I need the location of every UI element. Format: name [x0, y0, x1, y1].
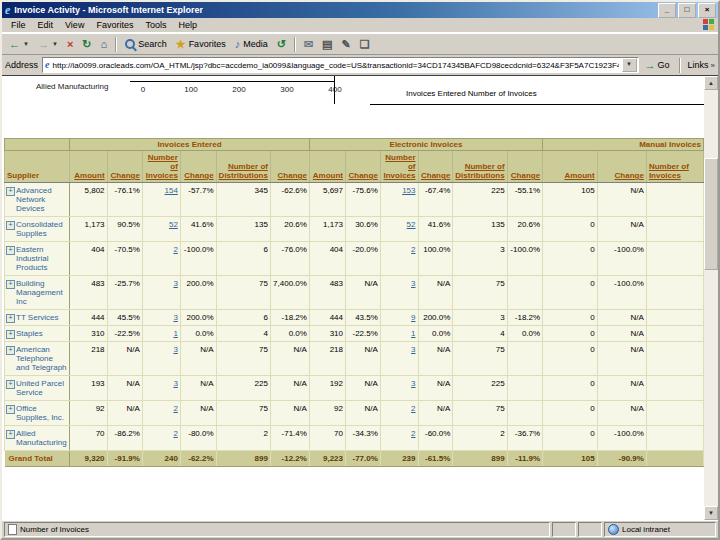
column-header[interactable]: Number of Distributions [453, 151, 507, 183]
value-cell: N/A [107, 342, 142, 376]
invoice-count-link[interactable]: 3 [411, 345, 415, 354]
invoice-count-link[interactable]: 2 [173, 245, 177, 254]
value-cell [507, 401, 542, 426]
scroll-up-button[interactable]: ▲ [704, 76, 718, 90]
column-header[interactable]: Change [270, 151, 309, 183]
value-cell: 345 [216, 183, 270, 217]
value-cell: N/A [597, 183, 646, 217]
column-header[interactable]: Change [597, 151, 646, 183]
column-header[interactable]: Number of Invoices [142, 151, 180, 183]
drill-down-icon[interactable]: + [6, 430, 15, 439]
invoice-count-link[interactable]: 2 [411, 245, 415, 254]
menu-view[interactable]: View [59, 20, 90, 30]
menu-favorites[interactable]: Favorites [90, 20, 139, 30]
invoice-count-link[interactable]: 2 [173, 429, 177, 438]
go-button[interactable]: → Go [643, 60, 672, 71]
invoice-count-link[interactable]: 1 [173, 329, 177, 338]
column-header[interactable]: Change [180, 151, 216, 183]
favorites-button[interactable]: ★Favorites [172, 35, 230, 53]
maximize-button[interactable]: □ [678, 3, 696, 18]
column-header[interactable]: Supplier [5, 151, 70, 183]
value-cell: 20.6% [507, 217, 542, 242]
minimize-button[interactable]: _ [658, 3, 676, 18]
column-header[interactable]: Number of Invoices [646, 151, 703, 183]
invoice-count-link[interactable]: 154 [165, 186, 178, 195]
drill-down-icon[interactable]: + [6, 246, 15, 255]
supplier-link[interactable]: Eastern Industrial Products [16, 245, 48, 272]
drill-down-icon[interactable]: + [6, 380, 15, 389]
value-cell: 5,802 [70, 183, 107, 217]
supplier-link[interactable]: United Parcel Service [16, 379, 64, 397]
invoice-count-link[interactable]: 52 [169, 220, 178, 229]
invoice-count-link[interactable]: 3 [173, 313, 177, 322]
back-dropdown-icon[interactable]: ▼ [23, 41, 29, 47]
stop-button[interactable]: × [63, 35, 77, 53]
home-button[interactable]: ⌂ [97, 35, 112, 53]
invoice-count-link[interactable]: 2 [411, 429, 415, 438]
address-input[interactable]: e http://ia0099.oracleads.com/OA_HTML/js… [42, 57, 638, 73]
close-button[interactable]: × [698, 3, 716, 18]
drill-down-icon[interactable]: + [6, 187, 15, 196]
back-button[interactable]: ←▼ [5, 35, 33, 53]
column-header[interactable]: Amount [309, 151, 345, 183]
menu-tools[interactable]: Tools [139, 20, 172, 30]
column-header[interactable]: Amount [70, 151, 107, 183]
supplier-link[interactable]: Staples [16, 329, 43, 338]
print-button[interactable]: ▤ [318, 35, 336, 53]
column-header[interactable]: Change [418, 151, 453, 183]
value-cell: -75.6% [346, 183, 381, 217]
column-header[interactable]: Change [107, 151, 142, 183]
forward-button[interactable]: →▼ [34, 35, 62, 53]
zone-label: Local intranet [622, 525, 670, 534]
value-cell: 404 [70, 242, 107, 276]
column-header[interactable]: Number of Invoices [380, 151, 418, 183]
column-header[interactable]: Change [346, 151, 381, 183]
invoice-count-link[interactable]: 2 [173, 404, 177, 413]
value-cell: 135 [453, 217, 507, 242]
links-button[interactable]: Links » [688, 60, 715, 70]
mail-button[interactable]: ✉ [300, 35, 317, 53]
refresh-button[interactable]: ↻ [78, 35, 95, 53]
invoice-count-link[interactable]: 3 [173, 279, 177, 288]
drill-down-icon[interactable]: + [6, 221, 15, 230]
drill-down-icon[interactable]: + [6, 330, 15, 339]
value-cell: -76.1% [107, 183, 142, 217]
history-button[interactable]: ↺ [273, 35, 290, 53]
drill-down-icon[interactable]: + [6, 314, 15, 323]
menu-file[interactable]: File [5, 20, 32, 30]
menu-edit[interactable]: Edit [32, 20, 60, 30]
invoice-count-link[interactable]: 2 [411, 404, 415, 413]
invoice-count-link[interactable]: 3 [173, 379, 177, 388]
supplier-link[interactable]: American Telephone and Telegraph [16, 345, 67, 372]
supplier-link[interactable]: Building Management Inc [16, 279, 63, 306]
supplier-link[interactable]: Advanced Network Devices [16, 186, 52, 213]
invoice-count-link[interactable]: 3 [173, 345, 177, 354]
group-header-row: Invoices EnteredElectronic InvoicesManua… [5, 139, 704, 151]
search-button[interactable]: Search [121, 35, 171, 53]
invoice-count-link[interactable]: 52 [407, 220, 416, 229]
supplier-link[interactable]: Allied Manufacturing [16, 429, 67, 447]
address-dropdown-button[interactable]: ▼ [622, 58, 637, 72]
supplier-link[interactable]: Office Supplies, Inc. [16, 404, 64, 422]
invoice-count-link[interactable]: 3 [411, 379, 415, 388]
invoice-count-link[interactable]: 1 [411, 329, 415, 338]
drill-down-icon[interactable]: + [6, 346, 15, 355]
edit-button[interactable]: ✎ [338, 35, 355, 53]
invoice-count-link[interactable]: 9 [411, 313, 415, 322]
column-header[interactable]: Number of Distributions [216, 151, 270, 183]
drill-down-icon[interactable]: + [6, 405, 15, 414]
media-button[interactable]: ♪Media [231, 35, 272, 53]
drill-down-icon[interactable]: + [6, 280, 15, 289]
menu-help[interactable]: Help [172, 20, 203, 30]
invoice-count-link[interactable]: 153 [402, 186, 415, 195]
column-header[interactable]: Change [507, 151, 542, 183]
vertical-scrollbar[interactable]: ▲ ▼ [704, 76, 718, 520]
column-header[interactable]: Amount [543, 151, 597, 183]
discuss-button[interactable]: ❏ [356, 35, 374, 53]
scroll-down-button[interactable]: ▼ [704, 506, 718, 520]
supplier-link[interactable]: TT Services [16, 313, 59, 322]
scrollbar-thumb[interactable] [704, 158, 718, 270]
forward-dropdown-icon[interactable]: ▼ [52, 41, 58, 47]
invoice-count-link[interactable]: 3 [411, 279, 415, 288]
supplier-link[interactable]: Consolidated Supplies [16, 220, 63, 238]
